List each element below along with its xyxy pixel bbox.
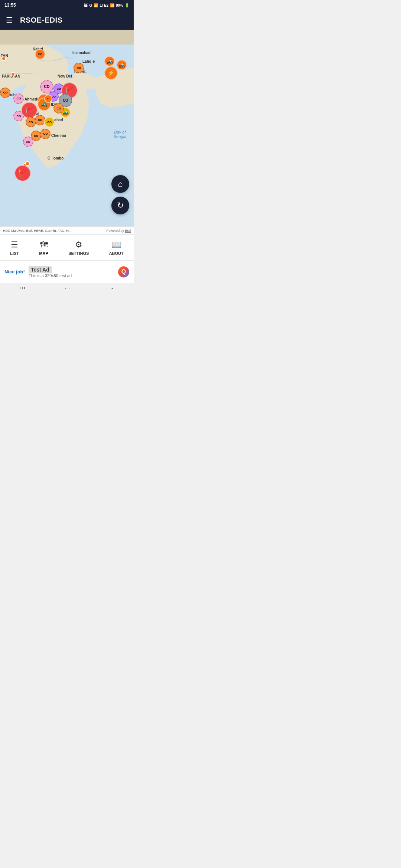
svg-point-8	[25, 190, 26, 192]
nav-settings-label: SETTINGS	[68, 251, 89, 256]
marker-lahore-tractor1[interactable]: 🚜	[104, 56, 115, 66]
marker-west-dot[interactable]	[1, 56, 6, 61]
svg-point-7	[23, 187, 25, 190]
map-icon: 🗺	[40, 240, 48, 250]
hamburger-icon[interactable]: ☰	[6, 16, 13, 24]
marker-chennai-center[interactable]: CO	[40, 129, 50, 139]
bay-of-bengal-label: Bay ofBengal	[114, 130, 126, 139]
app-header: ☰ RSOE-EDIS	[0, 10, 134, 30]
home-icon: ⌂	[118, 179, 123, 189]
app-title: RSOE-EDIS	[20, 16, 63, 24]
nav-map[interactable]: 🗺 MAP	[33, 237, 54, 259]
ad-text-container: Test Ad This is a 320x50 test ad.	[29, 266, 114, 278]
status-icons: 🖼 G 📶 LTE2 📶 80% 🔋	[84, 3, 129, 7]
about-icon: 📖	[111, 240, 121, 250]
nav-about-label: ABOUT	[109, 251, 124, 256]
signal-icon: 📶	[110, 3, 114, 7]
marker-lahore-tractor2[interactable]: 🚜	[117, 60, 127, 70]
powered-by-text: Powered by Esri	[106, 229, 131, 233]
photo-icon: 🖼	[84, 3, 88, 7]
map-container[interactable]: Kabul Islamabad Lahore PAKISTAN Karachi …	[0, 30, 134, 226]
attribution-text: HDC Maldives, Esri, HERE, Garmin, FAO, N…	[3, 229, 72, 233]
svg-point-9	[22, 192, 23, 194]
nav-list-label: LIST	[10, 251, 19, 256]
attribution-bar: HDC Maldives, Esri, HERE, Garmin, FAO, N…	[0, 226, 134, 234]
marker-karachi-co[interactable]: CO	[0, 88, 10, 98]
back-button[interactable]: <	[110, 286, 114, 290]
marker-mumbai-co[interactable]: CO	[13, 111, 24, 121]
nav-settings[interactable]: ⚙ SETTINGS	[62, 237, 95, 259]
marker-chennai-south[interactable]: CO	[23, 137, 33, 147]
ad-banner[interactable]: Nice job! Test Ad This is a 320x50 test …	[0, 260, 134, 283]
marker-hyderabad-yellow[interactable]: CO	[44, 117, 55, 127]
marker-hyderabad-center[interactable]: CO	[35, 115, 45, 125]
nav-list[interactable]: ☰ LIST	[4, 237, 25, 259]
marker-right-peach-co[interactable]: CO	[53, 103, 64, 114]
list-icon: ☰	[11, 240, 18, 250]
status-time: 13:55	[4, 3, 16, 8]
marker-lahore-co[interactable]: CO	[74, 63, 84, 73]
marker-india-dots[interactable]: ···	[44, 95, 52, 103]
battery-label: 80%	[116, 3, 123, 7]
status-bar: 13:55 🖼 G 📶 LTE2 📶 80% 🔋	[0, 0, 134, 10]
esri-link[interactable]: Esri	[125, 229, 131, 233]
refresh-fab-button[interactable]: ↻	[111, 197, 129, 214]
marker-lightning-orange[interactable]: ⚡	[104, 66, 118, 80]
ad-subtitle-text: This is a 320x50 test ad.	[29, 273, 114, 278]
home-fab-button[interactable]: ⌂	[111, 175, 129, 193]
settings-icon: ⚙	[75, 240, 82, 250]
ad-title-text: Test Ad	[29, 266, 52, 273]
system-nav: ||| □ <	[0, 283, 134, 289]
lte-label: LTE2	[100, 3, 108, 7]
bottom-nav: ☰ LIST 🗺 MAP ⚙ SETTINGS 📖 ABOUT	[0, 234, 134, 260]
marker-orange-dot-mid[interactable]	[11, 72, 15, 76]
marker-hyderabad-left[interactable]: CO	[26, 117, 36, 127]
svg-marker-6	[0, 30, 134, 45]
recent-apps-button[interactable]: |||	[20, 286, 25, 290]
marker-kabul-co[interactable]: CO	[35, 49, 45, 59]
ad-nice-job-text: Nice job!	[4, 269, 25, 274]
wifi-icon: 📶	[94, 3, 98, 7]
translate-icon: G	[89, 3, 92, 7]
marker-south-flag[interactable]: 🚩	[14, 165, 31, 181]
refresh-icon: ↻	[117, 201, 124, 210]
battery-icon: 🔋	[125, 3, 129, 7]
nav-map-label: MAP	[39, 251, 48, 256]
svg-point-3	[44, 155, 53, 168]
marker-ahmedabad-co[interactable]: CO	[13, 93, 24, 104]
home-button[interactable]: □	[65, 286, 69, 290]
nav-about[interactable]: 📖 ABOUT	[103, 237, 130, 259]
ad-logo: Q	[118, 266, 129, 277]
